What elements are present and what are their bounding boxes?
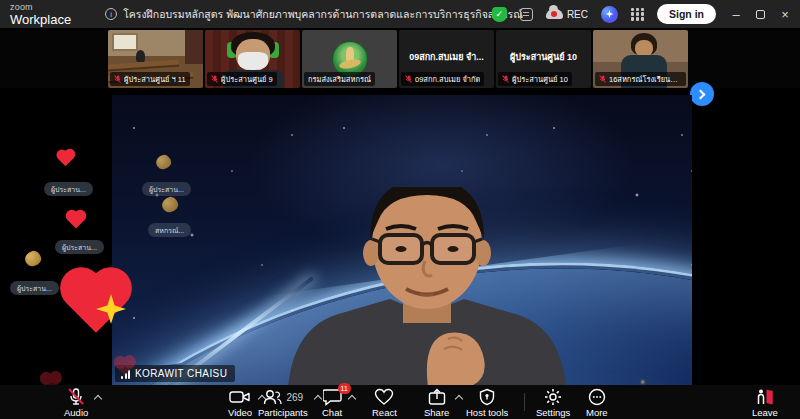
zoom-workplace-logo: zoom Workplace (10, 3, 71, 26)
more-button[interactable]: More (586, 388, 608, 418)
speaker-name: KORAWIT CHAISU (135, 368, 227, 379)
recording-indicator[interactable]: REC (546, 9, 588, 20)
share-menu-chevron[interactable] (455, 395, 463, 403)
settings-button[interactable]: Settings (536, 388, 570, 418)
share-button[interactable]: Share (424, 388, 449, 418)
participants-count: 269 (286, 392, 303, 403)
participant-name-label: 16สหกรณ์โรงเรียนบ้านแว้ง... (595, 72, 686, 86)
sign-in-button[interactable]: Sign in (657, 4, 716, 24)
speaker-person (270, 187, 580, 385)
main-speaker-video: KORAWIT CHAISU (112, 95, 692, 385)
reaction-sender-pill: ผู้ประสาน... (55, 240, 104, 254)
muted-mic-icon (114, 75, 121, 83)
muted-mic-icon (502, 75, 509, 83)
reaction-sender-pill: ผู้ประสาน... (10, 281, 59, 295)
leave-button[interactable]: Leave (752, 388, 778, 418)
participant-thumbnail[interactable]: ผู้ประสานศูนย์ ฯ 11 (108, 30, 203, 88)
toolbar-divider (524, 393, 525, 411)
participants-icon (262, 388, 282, 406)
camera-icon (229, 388, 251, 406)
cloud-recording-icon (546, 9, 563, 19)
meeting-toolbar: Audio Video 269 Participants (0, 385, 800, 419)
heart-outline-icon (374, 388, 394, 406)
zoom-meeting-window: zoom Workplace i โครงฝึกอบรมหลักสูตร พัฒ… (0, 0, 800, 419)
notes-icon[interactable] (520, 8, 533, 21)
muted-mic-icon (599, 75, 606, 83)
security-shield-icon[interactable]: ✓ (492, 7, 507, 22)
brand-zoom: zoom (10, 3, 71, 12)
clap-reaction-icon (23, 249, 42, 267)
audio-menu-chevron[interactable] (94, 395, 102, 403)
apps-grid-icon[interactable] (631, 8, 644, 21)
participant-filmstrip: ผู้ประสานศูนย์ ฯ 11 ผู้ประสานศูนย์ 9 กรม… (0, 30, 800, 88)
muted-mic-icon (66, 388, 86, 406)
participant-center-name: ผู้ประสานศูนย์ 10 (496, 50, 591, 64)
participant-thumbnail[interactable]: ผู้ประสานศูนย์ 10 ผู้ประสานศูนย์ 10 (496, 30, 591, 88)
muted-mic-icon (405, 75, 412, 83)
reaction-sender-pill: ผู้ประสาน... (142, 182, 191, 196)
brand-workplace: Workplace (10, 13, 71, 26)
video-button[interactable]: Video (228, 388, 252, 418)
info-icon[interactable]: i (105, 8, 117, 20)
meeting-title: โครงฝึกอบรมหลักสูตร พัฒนาศักยภาพบุคลากรด… (123, 6, 523, 23)
shield-icon (478, 388, 496, 406)
gear-icon (544, 388, 562, 406)
next-page-button[interactable] (690, 82, 714, 106)
participant-name-label: ผู้ประสานศูนย์ ฯ 11 (110, 72, 190, 86)
participant-center-name: 09สกก.สบเมย จำ... (399, 50, 494, 64)
speaker-name-tag: KORAWIT CHAISU (115, 365, 235, 382)
reaction-sender-pill: สหกรณ์... (148, 223, 191, 237)
chat-button[interactable]: 11 Chat (322, 388, 342, 418)
participants-button[interactable]: 269 Participants (258, 388, 308, 418)
chevron-right-icon (696, 89, 706, 99)
leave-door-icon (754, 388, 776, 406)
participant-name-label: 09สกก.สบเมย จำกัด (401, 72, 484, 86)
close-button[interactable]: × (778, 7, 792, 22)
more-ellipsis-icon (588, 388, 606, 406)
share-screen-icon (427, 388, 447, 406)
participant-name-label: ผู้ประสานศูนย์ 9 (207, 72, 277, 86)
muted-mic-icon (211, 75, 218, 83)
chat-badge: 11 (338, 383, 351, 394)
heart-reaction-icon (68, 212, 85, 229)
chat-menu-chevron[interactable] (348, 395, 356, 403)
participant-thumbnail[interactable]: ผู้ประสานศูนย์ 9 (205, 30, 300, 88)
participant-name-label: ผู้ประสานศูนย์ 10 (498, 72, 572, 86)
maximize-button[interactable] (756, 10, 765, 19)
host-tools-button[interactable]: Host tools (466, 388, 508, 418)
heart-reaction-icon (58, 151, 74, 167)
recording-dot (551, 11, 557, 17)
title-bar: zoom Workplace i โครงฝึกอบรมหลักสูตร พัฒ… (0, 0, 800, 28)
ai-companion-icon[interactable] (601, 6, 618, 23)
react-button[interactable]: React (372, 388, 397, 418)
participant-thumbnail[interactable]: 16สหกรณ์โรงเรียนบ้านแว้ง... (593, 30, 688, 88)
participant-thumbnail[interactable]: 09สกก.สบเมย จำ... 09สกก.สบเมย จำกัด (399, 30, 494, 88)
sparkle-icon (606, 10, 614, 18)
participant-name-label: กรมส่งเสริมสหกรณ์ (304, 72, 375, 86)
rec-label: REC (567, 9, 588, 20)
minimize-button[interactable]: – (729, 7, 743, 22)
participant-thumbnail[interactable]: กรมส่งเสริมสหกรณ์ (302, 30, 397, 88)
audio-button[interactable]: Audio (64, 388, 88, 418)
reaction-sender-pill: ผู้ประสาน... (44, 182, 93, 196)
participants-menu-chevron[interactable] (313, 395, 321, 403)
